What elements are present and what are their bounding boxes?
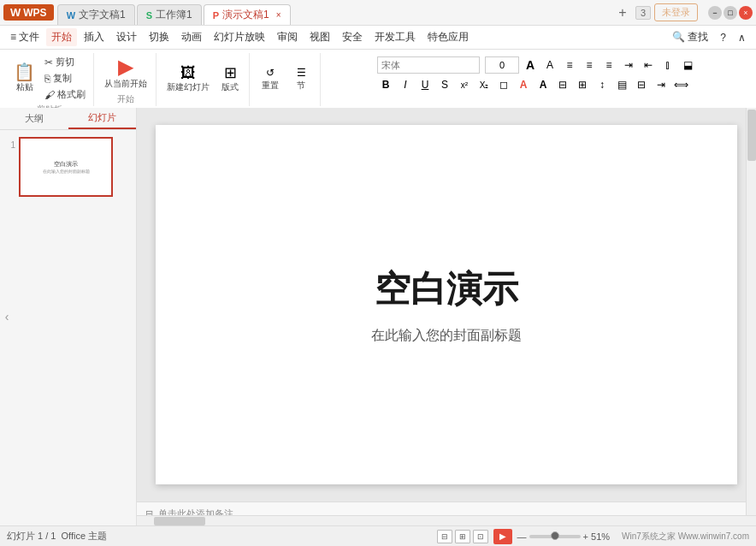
layout-label: 版式 (221, 81, 239, 93)
add-tab-button[interactable]: + (613, 3, 632, 22)
start-slideshow-label: 从当前开始 (104, 78, 147, 90)
clear-format-button[interactable]: ◻ (495, 76, 512, 93)
copy-button[interactable]: ⎘ 复制 (42, 71, 88, 86)
status-bar: 幻灯片 1 / 1 Office 主题 ⊟ ⊞ ⊡ ▶ — + 51% Win7… (0, 525, 756, 546)
font-size-decrease-button[interactable]: A (541, 56, 558, 74)
cut-button[interactable]: ✂ 剪切 (42, 55, 88, 69)
word-icon: W (67, 10, 75, 21)
font-size-input[interactable] (485, 56, 519, 74)
menu-devtools[interactable]: 开发工具 (369, 28, 421, 46)
grid-view-button[interactable]: ⊞ (455, 530, 470, 543)
maximize-button[interactable]: □ (724, 6, 737, 20)
tab-count-badge: 3 (635, 6, 651, 20)
login-button[interactable]: 未登录 (654, 3, 698, 21)
menu-review[interactable]: 审阅 (272, 28, 303, 46)
zoom-slider-thumb[interactable] (551, 531, 559, 540)
status-left: 幻灯片 1 / 1 Office 主题 (7, 530, 107, 543)
text-direction-icon[interactable]: ⬓ (679, 56, 696, 74)
ribbon-clipboard-group: 📋 粘贴 ✂ 剪切 ⎘ 复制 🖌 格式刷 (5, 53, 94, 106)
theme-label: Office 主题 (61, 530, 107, 543)
sidebar: ‹ 大纲 幻灯片 1 空白演示 在此输入您的封面副标题 (0, 108, 137, 525)
italic-button[interactable]: I (397, 76, 414, 93)
menu-switch[interactable]: 切换 (144, 28, 174, 46)
menu-file[interactable]: ≡ 文件 (5, 28, 44, 46)
font-color-a-button[interactable]: A (515, 76, 532, 93)
section-button[interactable]: ☰ 节 (287, 65, 315, 93)
new-slide-button[interactable]: 🖼 新建幻灯片 (163, 63, 213, 95)
play-slideshow-button[interactable]: ▶ (493, 529, 512, 544)
column-icon[interactable]: ⫿ (659, 56, 676, 74)
indent-icon[interactable]: ⇥ (620, 56, 637, 74)
hanging-indent-icon[interactable]: ⇥ (653, 76, 670, 93)
minimize-button[interactable]: − (708, 6, 722, 20)
sidebar-collapse-button[interactable]: ‹ (0, 108, 14, 525)
tab-sheet[interactable]: S 工作簿1 (137, 4, 202, 25)
subscript-button[interactable]: x² (456, 76, 473, 93)
copy-icon: ⎘ (44, 73, 50, 85)
list-bullet-icon[interactable]: ⊟ (554, 76, 571, 93)
font-size-increase-button[interactable]: A (522, 56, 539, 74)
vertical-scrollbar[interactable] (746, 108, 756, 515)
char-spacing-icon[interactable]: ⟺ (672, 76, 689, 93)
format-painter-button[interactable]: 🖌 格式刷 (42, 87, 88, 102)
slide-inner: 🖼 新建幻灯片 ⊞ 版式 (163, 55, 244, 103)
close-tab-icon[interactable]: × (276, 10, 281, 20)
reset-icon: ↺ (266, 67, 275, 79)
horizontal-scrollbar[interactable] (137, 515, 756, 525)
align-center-icon[interactable]: ≡ (581, 56, 598, 74)
text-align-full-icon[interactable]: ▤ (613, 76, 630, 93)
reset-button[interactable]: ↺ 重置 (257, 65, 284, 93)
font-row2: B I U S x² X₂ ◻ A A ⊟ ⊞ ↕ ▤ ⊟ ⇥ ⟺ (377, 76, 696, 93)
sidebar-tabs: 大纲 幻灯片 (0, 108, 136, 130)
copy-label: 复制 (53, 72, 72, 85)
slide-canvas[interactable]: 空白演示 在此输入您的封面副标题 (156, 125, 737, 484)
layout-button[interactable]: ⊞ 版式 (216, 63, 244, 95)
new-slide-label: 新建幻灯片 (167, 81, 210, 93)
menu-insert[interactable]: 插入 (79, 28, 109, 46)
align-left-icon[interactable]: ≡ (561, 56, 578, 74)
align-right-icon[interactable]: ≡ (600, 56, 617, 74)
tab-ppt[interactable]: P 演示文稿1 × (204, 4, 291, 25)
tab-word[interactable]: W 文字文稿1 (57, 4, 135, 25)
strikethrough-button[interactable]: S (436, 76, 453, 93)
paste-label: 粘贴 (16, 81, 33, 93)
list-item[interactable]: 1 空白演示 在此输入您的封面副标题 (5, 137, 131, 197)
reading-view-button[interactable]: ⊡ (473, 530, 488, 543)
close-button[interactable]: × (739, 6, 753, 20)
bold-button[interactable]: B (377, 76, 394, 93)
menu-view[interactable]: 视图 (304, 28, 335, 46)
ribbon-slide-group: 🖼 新建幻灯片 ⊞ 版式 (158, 53, 250, 106)
zoom-minus-button[interactable]: — (517, 531, 527, 542)
zoom-slider[interactable] (529, 535, 581, 538)
ppt-icon: P (213, 10, 219, 21)
text-align-dist-icon[interactable]: ⊟ (633, 76, 650, 93)
menu-security[interactable]: 安全 (337, 28, 368, 46)
menu-start[interactable]: 开始 (46, 28, 77, 46)
outdent-icon[interactable]: ⇤ (640, 56, 657, 74)
zoom-plus-button[interactable]: + (583, 531, 588, 542)
status-right: ⊟ ⊞ ⊡ ▶ — + 51% Win7系统之家 Www.winwin7.com (437, 529, 749, 544)
normal-view-button[interactable]: ⊟ (437, 530, 452, 543)
menu-animation[interactable]: 动画 (176, 28, 207, 46)
list-number-icon[interactable]: ⊞ (574, 76, 591, 93)
superscript-button[interactable]: X₂ (475, 76, 493, 93)
search-button[interactable]: 🔍 查找 (667, 28, 713, 46)
menu-slideshow[interactable]: 幻灯片放映 (209, 28, 270, 46)
line-spacing-icon[interactable]: ↕ (594, 76, 611, 93)
collapse-ribbon-button[interactable]: ∧ (733, 30, 751, 45)
menu-design[interactable]: 设计 (111, 28, 142, 46)
help-button[interactable]: ? (715, 30, 731, 45)
slide-thumbnail[interactable]: 空白演示 在此输入您的封面副标题 (19, 137, 113, 197)
menu-special[interactable]: 特色应用 (422, 28, 474, 46)
start-slideshow-button[interactable]: ▶ 从当前开始 (101, 55, 151, 92)
format-painter-label: 格式刷 (57, 88, 86, 101)
wps-logo[interactable]: W WPS (3, 4, 54, 21)
sidebar-tab-slides[interactable]: 幻灯片 (68, 108, 137, 129)
font-name-input[interactable] (377, 56, 480, 74)
paste-button[interactable]: 📋 粘贴 (10, 62, 38, 95)
slide-info: 幻灯片 1 / 1 (7, 530, 56, 543)
underline-button[interactable]: U (416, 76, 434, 93)
font-color-b-button[interactable]: A (535, 76, 552, 93)
ribbon-insert-group: ▶ 从当前开始 开始 (96, 53, 157, 106)
reset-inner: ↺ 重置 ☰ 节 (257, 55, 315, 103)
